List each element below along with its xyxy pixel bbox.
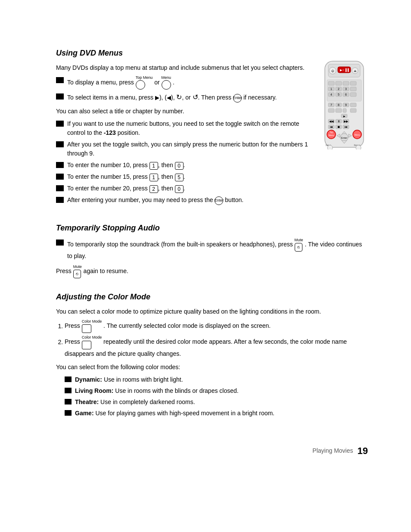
color-mode-btn-2: Color Mode: [82, 336, 102, 349]
key-0b: 0: [175, 185, 184, 193]
section-title-dvd-menus: Using DVD Menus: [56, 47, 368, 59]
top-menu-btn: Top Menu: [136, 76, 153, 90]
dvd-menus-text: Many DVDs display a top menu at startup …: [56, 63, 312, 209]
dvd-menus-para1: You can also select a title or chapter b…: [56, 107, 312, 116]
bullet-numeric-toggle: If you want to use the numeric buttons, …: [56, 119, 312, 137]
svg-text:▶▶: ▶▶: [344, 120, 349, 123]
dvd-menus-intro: Many DVDs display a top menu at startup …: [56, 63, 312, 72]
svg-rect-37: [350, 109, 356, 112]
game-label: Game:: [75, 410, 94, 417]
svg-text:▶: ▶: [343, 115, 346, 118]
bullet-icon: [56, 162, 64, 168]
svg-text:◀◀: ◀◀: [329, 120, 334, 123]
step-1: Press Color Mode . The currently selecte…: [65, 320, 368, 333]
svg-rect-19: [350, 87, 356, 91]
svg-rect-26: [350, 93, 356, 96]
footer-label: Playing Movies: [312, 446, 353, 455]
svg-rect-35: [336, 109, 342, 112]
mute-btn-2: Mute ⎋: [73, 265, 82, 278]
color-mode-theatre: Theatre: Use in completely darkened room…: [65, 398, 368, 407]
key-1b: 1: [149, 174, 158, 181]
remote-control-image: ⏻ ▶ I ▐▐ ⏏ 1 2: [321, 59, 368, 152]
svg-rect-11: [343, 81, 349, 85]
bullet-number-10: To enter the number 10, press 1, then 0.: [56, 161, 312, 170]
svg-text:Menu: Menu: [329, 134, 334, 137]
svg-text:8: 8: [338, 103, 339, 106]
bullet-icon: [56, 197, 64, 203]
svg-text:⏭: ⏭: [345, 125, 348, 128]
living-room-label: Living Room:: [75, 387, 113, 394]
bullet-select-items: To select items in a menu, press ▶), (◀)…: [56, 92, 312, 103]
page-footer: Playing Movies 19: [56, 444, 368, 458]
color-mode-game: Game: Use for playing games with high-sp…: [65, 409, 368, 418]
svg-rect-12: [350, 81, 356, 85]
dvd-menus-bullets: To display a menu, press Top Menu or Men…: [56, 76, 312, 103]
menu-btn: Menu: [162, 76, 171, 90]
svg-text:⏮: ⏮: [330, 125, 333, 128]
audio-bullets: To temporarily stop the soundtrack (from…: [56, 238, 368, 261]
color-mode-living-room: Living Room: Use in rooms with the blind…: [65, 386, 368, 395]
svg-rect-36: [343, 109, 346, 112]
enter-btn2: Enter: [215, 196, 223, 205]
bullet-icon: [65, 399, 72, 404]
key-2: 2: [149, 185, 158, 193]
dvd-menus-bullets2: If you want to use the numeric buttons, …: [56, 119, 312, 205]
page-content: Using DVD Menus Many DVDs display a top …: [56, 47, 368, 458]
svg-point-64: [327, 145, 333, 149]
bullet-icon: [56, 121, 64, 127]
color-mode-btn-1: Color Mode: [82, 320, 102, 333]
section-title-color-mode: Adjusting the Color Mode: [56, 291, 368, 303]
svg-text:1: 1: [330, 87, 332, 90]
svg-text:Enter: Enter: [341, 137, 347, 139]
svg-text:⏏: ⏏: [354, 69, 357, 72]
bullet-icon: [56, 77, 64, 83]
bullet-icon: [65, 388, 72, 393]
key-1: 1: [149, 162, 158, 170]
color-modes-intro: You can select from the following color …: [56, 363, 368, 372]
bullet-number-20: To enter the number 20, press 2, then 0.: [56, 184, 312, 193]
svg-rect-33: [350, 103, 356, 107]
remote-svg: ⏻ ▶ I ▐▐ ⏏ 1 2: [321, 59, 368, 149]
bullet-icon: [65, 410, 72, 416]
bullet-number-15: To enter the number 15, press 1, then 5.: [56, 172, 312, 181]
svg-text:Menu: Menu: [355, 134, 360, 136]
svg-text:⏸: ⏸: [337, 120, 340, 123]
key-0: 0: [175, 162, 184, 170]
bullet-icon: [56, 174, 64, 180]
enter-btn: Enter: [233, 94, 242, 103]
bullet-icon: [56, 240, 64, 246]
footer-page-number: 19: [358, 444, 368, 458]
svg-text:2: 2: [338, 87, 339, 90]
color-mode-steps: Press Color Mode . The currently selecte…: [56, 320, 368, 358]
color-modes-list: Dynamic: Use in rooms with bright light.…: [56, 375, 368, 418]
svg-text:Top: Top: [330, 131, 333, 134]
svg-rect-9: [328, 81, 334, 85]
key-5: 5: [175, 174, 184, 181]
svg-rect-34: [328, 109, 334, 112]
svg-text:7: 7: [330, 103, 332, 106]
bullet-press-numeric: After you set the toggle switch, you can…: [56, 140, 312, 158]
bullet-after-number: After entering your number, you may need…: [56, 196, 312, 205]
color-mode-dynamic: Dynamic: Use in rooms with bright light.: [65, 375, 368, 384]
mute-btn-1: Mute ⎋: [295, 238, 303, 252]
bullet-icon: [56, 93, 64, 100]
bullet-icon: [56, 141, 64, 147]
svg-text:6: 6: [345, 93, 347, 96]
svg-text:5: 5: [338, 93, 339, 96]
bullet-stop-audio: To temporarily stop the soundtrack (from…: [56, 238, 368, 261]
svg-text:4: 4: [330, 93, 332, 96]
svg-text:⏹: ⏹: [337, 125, 340, 128]
section-title-audio: Temporarily Stopping Audio: [56, 222, 368, 234]
svg-point-66: [356, 145, 361, 149]
bullet-icon: [65, 376, 72, 382]
svg-text:⏻: ⏻: [331, 69, 334, 72]
bullet-display-menu: To display a menu, press Top Menu or Men…: [56, 76, 312, 90]
svg-text:3: 3: [345, 87, 347, 90]
press-resume-text: Press Mute ⎋ again to resume.: [56, 265, 368, 278]
step-2: Press Color Mode repeatedly until the de…: [65, 336, 368, 358]
theatre-label: Theatre:: [75, 398, 99, 405]
bullet-icon: [56, 185, 64, 191]
svg-text:9: 9: [345, 103, 347, 106]
svg-rect-10: [336, 81, 342, 85]
dynamic-label: Dynamic:: [75, 376, 102, 383]
